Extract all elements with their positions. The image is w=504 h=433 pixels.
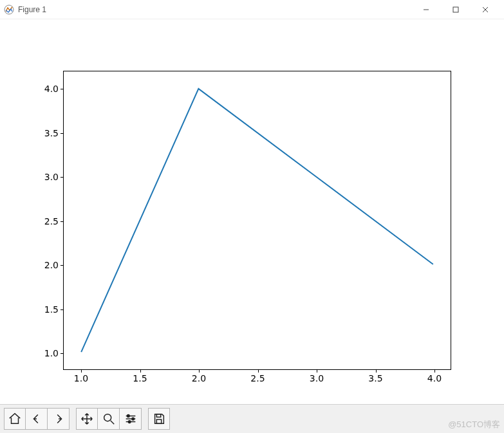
y-tick-mark — [61, 177, 64, 178]
x-tick-mark — [317, 369, 317, 373]
y-tick-mark — [61, 133, 64, 134]
x-tick-mark — [199, 369, 200, 373]
y-tick-mark — [61, 89, 64, 89]
x-tick-mark — [81, 369, 82, 373]
x-tick-mark — [258, 369, 259, 373]
svg-point-5 — [104, 414, 111, 421]
svg-rect-9 — [156, 414, 160, 418]
maximize-button[interactable] — [441, 0, 471, 19]
configure-subplots-button[interactable] — [120, 408, 142, 430]
window-title: Figure 1 — [18, 5, 46, 14]
close-button[interactable] — [471, 0, 500, 19]
window-titlebar: Figure 1 — [0, 0, 504, 19]
app-icon — [4, 5, 14, 15]
y-tick-mark — [61, 265, 64, 266]
chart-axes: 1.01.52.02.53.03.54.01.01.52.02.53.03.54… — [63, 71, 451, 370]
svg-point-7 — [131, 418, 134, 420]
matplotlib-toolbar: @51CTO博客 — [0, 404, 504, 433]
back-button[interactable] — [26, 408, 48, 430]
zoom-button[interactable] — [98, 408, 120, 430]
x-tick-mark — [434, 369, 435, 373]
svg-rect-10 — [156, 419, 161, 423]
svg-rect-2 — [453, 7, 458, 12]
y-tick-mark — [61, 353, 64, 354]
forward-button[interactable] — [48, 408, 70, 430]
plot-canvas: 1.01.52.02.53.03.54.01.01.52.02.53.03.54… — [0, 19, 504, 404]
save-button[interactable] — [148, 408, 170, 430]
watermark: @51CTO博客 — [448, 419, 500, 430]
y-tick-mark — [61, 221, 64, 222]
minimize-button[interactable] — [411, 0, 441, 19]
data-line — [81, 89, 433, 352]
y-tick-mark — [61, 309, 64, 310]
svg-point-6 — [127, 415, 129, 418]
x-tick-mark — [376, 369, 377, 373]
home-button[interactable] — [4, 408, 26, 430]
svg-point-8 — [128, 421, 131, 423]
chart-line — [64, 71, 451, 369]
pan-button[interactable] — [76, 408, 98, 430]
x-tick-mark — [140, 369, 141, 373]
